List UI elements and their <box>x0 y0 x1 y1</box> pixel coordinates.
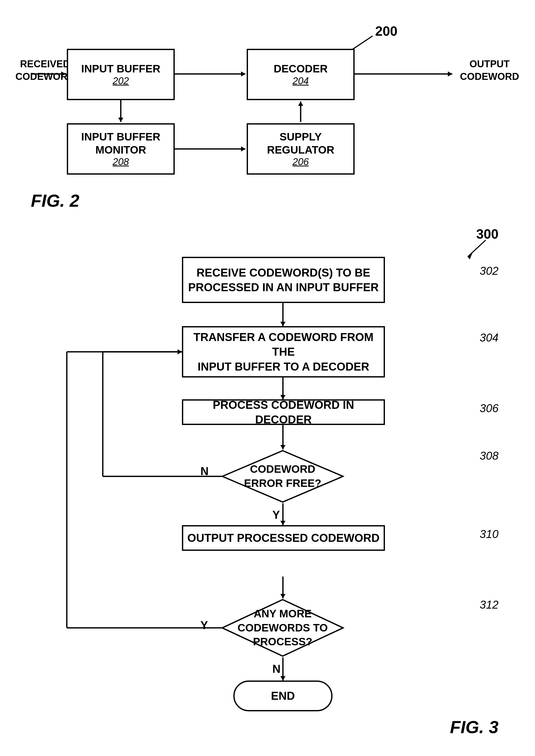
svg-marker-25 <box>280 594 286 598</box>
svg-marker-23 <box>280 521 286 525</box>
fig3-ref: 300 <box>476 226 498 242</box>
fig2-ibm-box: INPUT BUFFERMONITOR 208 <box>67 123 175 175</box>
supply-ref: 206 <box>293 156 309 167</box>
step308-diamond: CODEWORDERROR FREE? <box>221 449 344 503</box>
fig3-figure-label: FIG. 3 <box>450 717 498 737</box>
y-label-312: Y <box>200 619 208 632</box>
ibm-ref: 208 <box>113 156 129 167</box>
n-label-308: N <box>200 465 209 478</box>
fig2-area: 200 RECEIVEDCODEWORD <box>15 15 519 216</box>
decoder-ref: 204 <box>293 75 309 87</box>
svg-marker-27 <box>280 676 286 681</box>
step304-ref: 304 <box>480 331 498 344</box>
svg-line-14 <box>468 240 486 257</box>
step304-label: TRANSFER A CODEWORD FROM THEINPUT BUFFER… <box>183 327 384 376</box>
fig2-supply-box: SUPPLYREGULATOR 206 <box>247 123 354 175</box>
fig3-area: 300 <box>15 224 519 742</box>
fig2-input-buffer-box: INPUT BUFFER 202 <box>67 49 175 100</box>
output-codeword-label: OUTPUTCODEWORD <box>460 58 519 83</box>
svg-marker-17 <box>280 322 286 326</box>
svg-marker-7 <box>448 71 452 76</box>
step312-label: ANY MORECODEWORDS TOPROCESS? <box>238 607 328 649</box>
step308-ref: 308 <box>480 449 498 462</box>
step302-box: RECEIVE CODEWORD(S) TO BEPROCESSED IN AN… <box>182 257 385 303</box>
step306-box: PROCESS CODEWORD IN DECODER <box>182 399 385 425</box>
diagram-container: 200 RECEIVEDCODEWORD <box>0 0 535 756</box>
svg-marker-15 <box>468 253 472 259</box>
step310-label: OUTPUT PROCESSED CODEWORD <box>185 528 382 548</box>
fig2-decoder-box: DECODER 204 <box>247 49 354 100</box>
svg-marker-11 <box>241 147 245 151</box>
svg-marker-9 <box>118 118 123 122</box>
svg-marker-21 <box>280 445 286 449</box>
decoder-label: DECODER <box>274 63 328 75</box>
y-label-308: Y <box>272 508 280 521</box>
step306-ref: 306 <box>480 402 498 415</box>
step304-box: TRANSFER A CODEWORD FROM THEINPUT BUFFER… <box>182 326 385 377</box>
step310-ref: 310 <box>480 528 498 541</box>
fig2-figure-label: FIG. 2 <box>31 191 79 211</box>
step308-label: CODEWORDERROR FREE? <box>244 462 321 490</box>
input-buffer-label: INPUT BUFFER <box>81 63 160 75</box>
step306-label: PROCESS CODEWORD IN DECODER <box>183 395 384 429</box>
n-label-312: N <box>272 662 281 675</box>
step302-label: RECEIVE CODEWORD(S) TO BEPROCESSED IN AN… <box>185 263 381 297</box>
step302-ref: 302 <box>480 264 498 277</box>
received-codeword-label: RECEIVEDCODEWORD <box>15 58 74 83</box>
fig2-arrows-svg <box>15 15 519 216</box>
input-buffer-ref: 202 <box>113 75 129 87</box>
svg-marker-13 <box>298 101 303 106</box>
supply-label: SUPPLYREGULATOR <box>267 130 334 156</box>
ibm-label: INPUT BUFFERMONITOR <box>81 130 160 156</box>
end-label: END <box>268 686 297 706</box>
step312-diamond: ANY MORECODEWORDS TOPROCESS? <box>221 598 344 658</box>
step312-ref: 312 <box>480 598 498 611</box>
svg-marker-31 <box>178 349 182 354</box>
end-box: END <box>233 681 332 711</box>
step310-box: OUTPUT PROCESSED CODEWORD <box>182 525 385 551</box>
svg-marker-5 <box>241 71 245 76</box>
